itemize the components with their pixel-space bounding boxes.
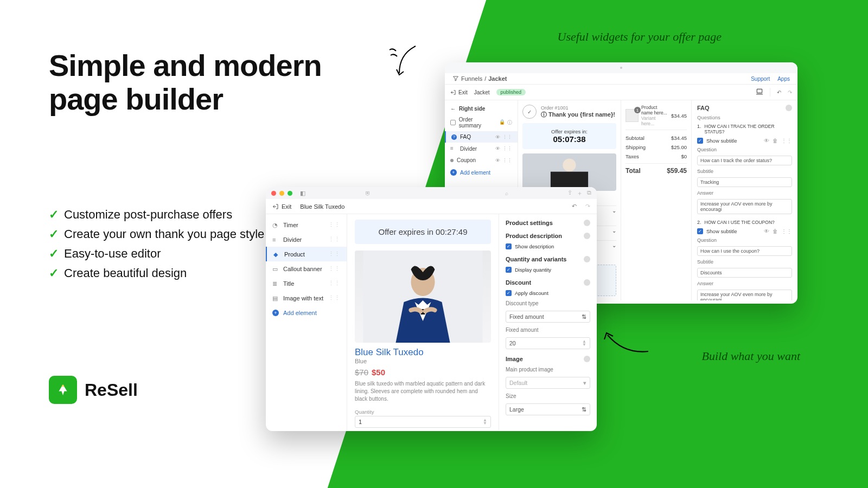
traffic-close-icon[interactable] — [271, 191, 276, 196]
questions-label: Questions — [697, 114, 792, 120]
status-badge: published — [496, 89, 526, 95]
device-preview-button[interactable] — [756, 88, 763, 97]
subtitle-input[interactable]: Tracking — [697, 177, 792, 187]
question-input[interactable]: How can I use the coupon? — [697, 246, 792, 256]
breadcrumb-current: Jacket — [488, 75, 507, 82]
main-image-select[interactable]: Default▾ — [506, 377, 590, 389]
info-icon[interactable] — [584, 256, 590, 262]
size-select[interactable]: Large⇅ — [506, 403, 590, 415]
product-variant: Blue — [355, 358, 491, 364]
title-icon: ≣ — [272, 280, 279, 287]
drag-handle-icon[interactable]: ⋮⋮ — [781, 138, 792, 144]
sidebar-item-callout[interactable]: ▭Callout banner⋮⋮ — [266, 261, 347, 276]
drag-handle-icon[interactable]: ⋮⋮ — [328, 221, 340, 228]
fixed-amount-input[interactable]: 20▲▼ — [506, 337, 590, 349]
faq-icon: ? — [451, 134, 457, 140]
sidebar-item-divider[interactable]: ≡Divider⋮⋮ — [266, 232, 347, 247]
drag-handle-icon[interactable]: ⋮⋮ — [328, 251, 340, 258]
drag-handle-icon[interactable]: ⋮⋮ — [781, 228, 792, 234]
order-summary-icon — [450, 120, 456, 125]
trash-icon[interactable]: 🗑 — [773, 138, 778, 144]
plus-icon: + — [450, 169, 457, 176]
answer-input[interactable]: Increase your AOV even more by encouragi — [697, 199, 792, 214]
subtitle-input[interactable]: Discounts — [697, 268, 792, 278]
traffic-min-icon[interactable] — [279, 191, 284, 196]
question-input[interactable]: How can I track the order status? — [697, 156, 792, 165]
eye-icon[interactable]: 👁 — [495, 158, 500, 163]
sidebar-item-image-text[interactable]: ▤Image with text⋮⋮ — [266, 291, 347, 305]
builder-window-front: ◧ ⛨⌕ ⇪＋⧉ Exit Blue Silk Tuxedo ↶ ↷ ◔Time… — [266, 187, 597, 431]
drag-handle-icon[interactable]: ⋮⋮ — [502, 134, 512, 140]
quantity-stepper[interactable]: Quantity 1▲▼ — [355, 408, 491, 428]
drag-handle-icon[interactable]: ⋮⋮ — [328, 265, 340, 272]
svg-point-0 — [62, 385, 64, 387]
sidebar-item-order-summary[interactable]: Order summary🔒ⓘ — [445, 114, 518, 131]
faq-setting-row: 1.HOW CAN I TRACK THE ORDER STATUS? — [697, 124, 792, 134]
chevron-down-icon[interactable]: ⌄ — [612, 242, 616, 259]
checkbox-apply-discount[interactable]: ✓ — [506, 290, 512, 296]
eye-icon[interactable]: 👁 — [495, 146, 500, 151]
answer-input[interactable]: Increase your AOV even more by encouragi — [697, 290, 792, 300]
plus-icon: + — [272, 310, 279, 316]
tabs-icon[interactable]: ⧉ — [587, 189, 591, 197]
sidebar-item-title[interactable]: ≣Title⋮⋮ — [266, 276, 347, 291]
stepper-icon[interactable]: ▲▼ — [582, 340, 586, 346]
checkbox-show-subtitle[interactable]: ✓ — [697, 228, 703, 234]
search-icon[interactable]: ⌕ — [505, 190, 508, 196]
chevron-down-icon[interactable]: ⌄ — [612, 208, 616, 224]
product-description: Blue silk tuxedo with marbled aquatic pa… — [355, 380, 491, 403]
undo-button[interactable]: ↶ — [777, 89, 781, 95]
info-icon[interactable] — [584, 220, 590, 226]
sidebar-item-divider[interactable]: ≡Divider👁⋮⋮ — [445, 143, 518, 155]
info-icon[interactable] — [584, 233, 590, 239]
window-titlebar: ◧ ⛨⌕ ⇪＋⧉ — [266, 187, 597, 199]
drag-handle-icon[interactable]: ⋮⋮ — [328, 236, 340, 243]
checkbox-show-subtitle[interactable]: ✓ — [697, 138, 703, 144]
stepper-icon[interactable]: ▲▼ — [483, 419, 487, 425]
traffic-max-icon[interactable] — [288, 191, 292, 196]
arrow-annotation-icon — [388, 43, 421, 85]
drag-handle-icon[interactable]: ⋮⋮ — [502, 158, 512, 163]
undo-button[interactable]: ↶ — [572, 203, 577, 210]
checkbox-show-description[interactable]: ✓ — [506, 243, 512, 249]
funnel-icon — [452, 75, 459, 82]
checkbox-display-quantity[interactable]: ✓ — [506, 267, 512, 273]
order-number: Order #1001 — [541, 105, 615, 111]
chevron-updown-icon: ⇅ — [582, 406, 586, 413]
eye-icon[interactable]: 👁 — [764, 228, 769, 234]
share-icon[interactable]: ⇪ — [567, 189, 572, 197]
sidebar-item-faq[interactable]: ?FAQ👁⋮⋮ — [445, 131, 518, 143]
elements-sidebar: ◔Timer⋮⋮ ≡Divider⋮⋮ ◆Product⋮⋮ ▭Callout … — [266, 214, 347, 430]
exit-button[interactable]: Exit — [450, 89, 468, 95]
info-icon[interactable] — [786, 105, 792, 111]
drag-handle-icon[interactable]: ⋮⋮ — [328, 280, 340, 287]
offer-time: 05:07:38 — [528, 134, 611, 144]
new-tab-icon[interactable]: ＋ — [577, 189, 583, 197]
sidebar-item-product[interactable]: ◆Product⋮⋮ — [266, 247, 347, 261]
sidebar-toggle-icon[interactable]: ◧ — [300, 190, 305, 197]
breadcrumb-root[interactable]: Funnels — [461, 75, 482, 82]
add-element-button[interactable]: +Add element — [266, 305, 347, 320]
redo-button[interactable]: ↷ — [788, 89, 792, 95]
support-link[interactable]: Support — [751, 76, 770, 82]
eye-icon[interactable]: 👁 — [764, 138, 769, 144]
add-element-button[interactable]: +Add element — [445, 166, 518, 179]
check-icon: ✓ — [49, 227, 59, 241]
chevron-down-icon[interactable]: ⌄ — [612, 228, 616, 239]
redo-button[interactable]: ↷ — [585, 203, 590, 210]
discount-type-select[interactable]: Fixed amount⇅ — [506, 311, 590, 323]
eye-icon[interactable]: 👁 — [495, 134, 500, 140]
drag-handle-icon[interactable]: ⋮⋮ — [328, 294, 340, 301]
sidebar-item-coupon[interactable]: Coupon👁⋮⋮ — [445, 155, 518, 166]
benefit-item: Create beautiful design — [64, 266, 187, 280]
order-summary-panel: Product name here... Variant here... $34… — [621, 100, 692, 300]
sidebar-item-timer[interactable]: ◔Timer⋮⋮ — [266, 217, 347, 232]
exit-button[interactable]: Exit — [272, 203, 291, 210]
info-icon[interactable] — [584, 279, 590, 286]
clock-icon: ◔ — [272, 222, 279, 228]
drag-handle-icon[interactable]: ⋮⋮ — [502, 146, 512, 151]
success-check-icon: ✓ — [522, 105, 537, 119]
trash-icon[interactable]: 🗑 — [773, 228, 778, 234]
apps-link[interactable]: Apps — [777, 76, 790, 82]
info-icon[interactable] — [584, 356, 590, 362]
